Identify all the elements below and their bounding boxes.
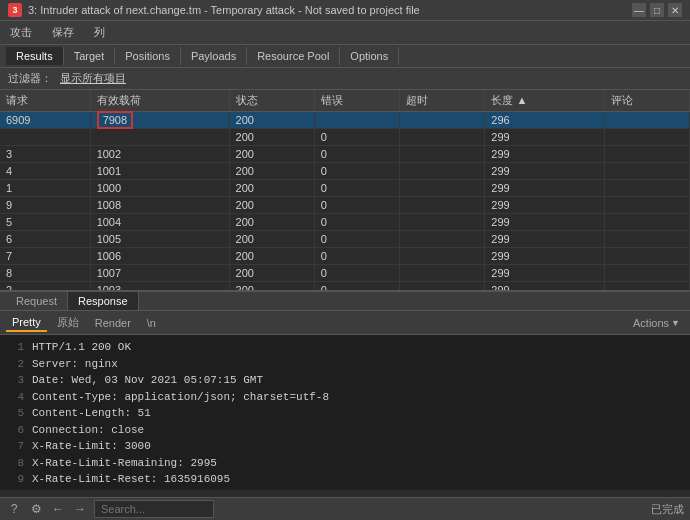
code-line: 2Server: nginx	[8, 356, 682, 373]
tab-positions[interactable]: Positions	[115, 47, 181, 65]
cell-comment	[604, 282, 689, 291]
table-row[interactable]: 710062000299	[0, 248, 690, 265]
back-icon[interactable]: ←	[50, 501, 66, 517]
line-text: HTTP/1.1 200 OK	[32, 339, 131, 356]
help-icon[interactable]: ?	[6, 501, 22, 517]
table-row[interactable]: 310022000299	[0, 146, 690, 163]
table-row[interactable]: 810072000299	[0, 265, 690, 282]
cell-comment	[604, 265, 689, 282]
tab-target[interactable]: Target	[64, 47, 116, 65]
results-table-container[interactable]: 请求 有效载荷 状态 错误 超时 长度 ▲ 评论 690979082002962…	[0, 90, 690, 290]
cell-payload: 1005	[90, 231, 229, 248]
title-bar: 3 3: Intruder attack of next.change.tm -…	[0, 0, 690, 21]
cell-length: 299	[485, 248, 604, 265]
tab-response[interactable]: Response	[68, 292, 139, 310]
tab-options[interactable]: Options	[340, 47, 399, 65]
cell-status: 200	[229, 112, 314, 129]
code-line: 8X-Rate-Limit-Remaining: 2995	[8, 455, 682, 472]
subtab-newline[interactable]: \n	[141, 315, 162, 331]
close-button[interactable]: ✕	[668, 3, 682, 17]
line-number: 2	[8, 356, 24, 373]
forward-icon[interactable]: →	[72, 501, 88, 517]
tab-resource-pool[interactable]: Resource Pool	[247, 47, 340, 65]
tab-payloads[interactable]: Payloads	[181, 47, 247, 65]
cell-length: 299	[485, 197, 604, 214]
table-row[interactable]: 910082000299	[0, 197, 690, 214]
subtab-raw[interactable]: 原始	[51, 313, 85, 332]
table-row[interactable]: 2000299	[0, 129, 690, 146]
cell-payload: 1000	[90, 180, 229, 197]
tab-results[interactable]: Results	[6, 47, 64, 65]
cell-timeout	[400, 163, 485, 180]
cell-timeout	[400, 129, 485, 146]
cell-timeout	[400, 282, 485, 291]
search-input[interactable]	[94, 500, 214, 518]
minimize-button[interactable]: —	[632, 3, 646, 17]
code-line: 7X-Rate-Limit: 3000	[8, 438, 682, 455]
filter-bar: 过滤器： 显示所有项目	[0, 68, 690, 90]
line-number: 5	[8, 405, 24, 422]
title-bar-left: 3 3: Intruder attack of next.change.tm -…	[8, 3, 420, 17]
cell-comment	[604, 197, 689, 214]
table-row[interactable]: 610052000299	[0, 231, 690, 248]
menu-save[interactable]: 保存	[48, 23, 78, 42]
status-text: 已完成	[651, 502, 684, 517]
col-length[interactable]: 长度 ▲	[485, 90, 604, 112]
maximize-button[interactable]: □	[650, 3, 664, 17]
table-row[interactable]: 210032000299	[0, 282, 690, 291]
cell-timeout	[400, 231, 485, 248]
line-number: 8	[8, 455, 24, 472]
cell-length: 299	[485, 146, 604, 163]
cell-status: 200	[229, 146, 314, 163]
main-tab-bar: Results Target Positions Payloads Resour…	[0, 45, 690, 68]
cell-id: 7	[0, 248, 90, 265]
table-row[interactable]: 510042000299	[0, 214, 690, 231]
cell-comment	[604, 231, 689, 248]
line-text: Content-Length: 51	[32, 405, 151, 422]
table-row[interactable]: 410012000299	[0, 163, 690, 180]
cell-payload: 1002	[90, 146, 229, 163]
tab-request[interactable]: Request	[6, 292, 68, 310]
line-text: Date: Wed, 03 Nov 2021 05:07:15 GMT	[32, 372, 263, 389]
cell-error: 0	[314, 231, 399, 248]
cell-status: 200	[229, 214, 314, 231]
menu-attack[interactable]: 攻击	[6, 23, 36, 42]
cell-error: 0	[314, 265, 399, 282]
cell-length: 299	[485, 265, 604, 282]
subtab-pretty[interactable]: Pretty	[6, 314, 47, 332]
settings-icon[interactable]: ⚙	[28, 501, 44, 517]
col-comment: 评论	[604, 90, 689, 112]
cell-timeout	[400, 248, 485, 265]
actions-button[interactable]: Actions ▼	[629, 315, 684, 331]
payload-highlight: 7908	[97, 111, 133, 129]
cell-comment	[604, 248, 689, 265]
app-icon: 3	[8, 3, 22, 17]
cell-timeout	[400, 112, 485, 129]
menu-bar: 攻击 保存 列	[0, 21, 690, 45]
response-code-area[interactable]: 1HTTP/1.1 200 OK2Server: nginx3Date: Wed…	[0, 335, 690, 490]
window-title: 3: Intruder attack of next.change.tm - T…	[28, 4, 420, 16]
cell-payload: 1003	[90, 282, 229, 291]
filter-link[interactable]: 显示所有项目	[60, 71, 126, 86]
cell-id	[0, 129, 90, 146]
table-body: 6909790820029620002993100220002994100120…	[0, 112, 690, 291]
cell-length: 296	[485, 112, 604, 129]
code-line: 3Date: Wed, 03 Nov 2021 05:07:15 GMT	[8, 372, 682, 389]
cell-payload: 7908	[90, 112, 229, 129]
line-number: 10	[8, 488, 24, 491]
line-number: 4	[8, 389, 24, 406]
cell-status: 200	[229, 265, 314, 282]
cell-status: 200	[229, 180, 314, 197]
col-payload: 有效载荷	[90, 90, 229, 112]
cell-status: 200	[229, 231, 314, 248]
chevron-down-icon: ▼	[671, 318, 680, 328]
window-controls[interactable]: — □ ✕	[632, 3, 682, 17]
bottom-panel: Request Response Pretty 原始 Render \n Act…	[0, 290, 690, 497]
table-row[interactable]: 69097908200296	[0, 112, 690, 129]
table-row[interactable]: 110002000299	[0, 180, 690, 197]
cell-id: 6909	[0, 112, 90, 129]
cell-length: 299	[485, 163, 604, 180]
menu-columns[interactable]: 列	[90, 23, 109, 42]
subtab-render[interactable]: Render	[89, 315, 137, 331]
line-text: X-Rate-Limit-Reset: 1635916095	[32, 471, 230, 488]
